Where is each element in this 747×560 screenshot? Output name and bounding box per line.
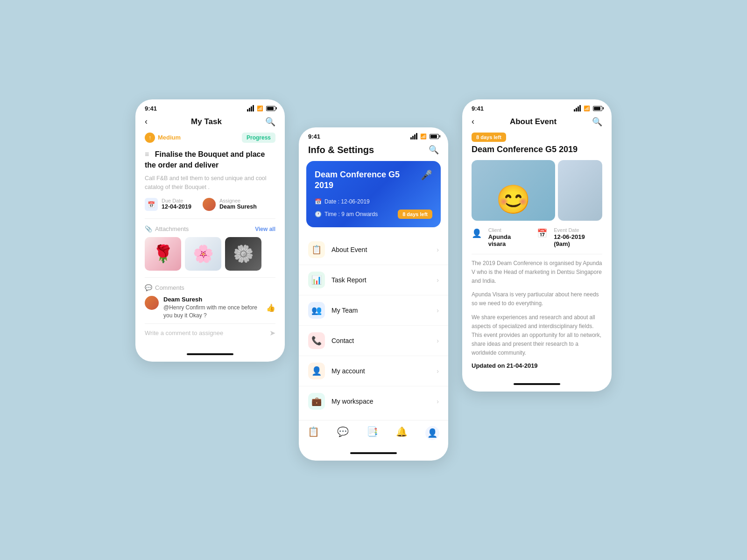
menu-item-my-account[interactable]: 👤 My account › [299, 356, 448, 386]
assignee-label: Assignee [219, 198, 257, 203]
signal-icon [247, 105, 254, 112]
bell-icon: 🔔 [396, 426, 408, 437]
comment-author: Deam Suresh [163, 296, 261, 303]
client-meta: 👤 Client Apunda visara [472, 227, 529, 247]
about-event-icon: 📋 [308, 241, 325, 258]
comments-label: 💬 Comments [145, 284, 275, 291]
priority-label: Medium [158, 134, 181, 141]
send-icon[interactable]: ➤ [269, 329, 275, 337]
priority-row: ↑ Medium Progress [145, 133, 275, 143]
days-left-badge: 8 days left [398, 210, 432, 219]
menu-item-label: My Team [331, 307, 437, 314]
event-meta-row: 👤 Client Apunda visara 📅 Event Date 12-0… [472, 227, 602, 247]
bottom-nav-profile[interactable]: 👤 [425, 426, 439, 440]
search-icon[interactable]: 🔍 [265, 117, 275, 127]
home-indicator [514, 383, 560, 385]
comment-avatar [145, 296, 159, 310]
task-description: Call F&B and tell them to send unique an… [145, 174, 275, 192]
client-name: Apunda visara [488, 233, 530, 247]
time: 9:41 [145, 105, 157, 112]
event-image-main [472, 160, 555, 221]
menu-item-about-event[interactable]: 📋 About Event › [299, 235, 448, 265]
bottom-nav-notifications[interactable]: 🔔 [396, 426, 408, 440]
contact-icon: 📞 [308, 332, 325, 349]
bottom-nav: 📋 💬 📑 🔔 👤 [299, 420, 448, 448]
menu-item-label: My account [331, 367, 437, 375]
back-button[interactable]: ‹ [472, 117, 474, 126]
menu-item-label: About Event [331, 246, 437, 253]
top-nav: ‹ About Event 🔍 [462, 114, 612, 133]
assignee-name: Deam Suresh [219, 203, 257, 210]
event-image-side [558, 160, 602, 221]
client-icon: 👤 [472, 228, 485, 241]
calendar-icon: 📅 [537, 228, 550, 241]
comment-input[interactable]: Write a comment to assignee [145, 329, 269, 336]
avatar [203, 198, 216, 211]
status-bar: 9:41 📶 [135, 99, 285, 114]
bottom-nav-tasks[interactable]: 📋 [308, 426, 319, 440]
event-card: Deam Conference G5 2019 🎤 📅 Date : 12-06… [306, 161, 441, 228]
bottom-nav-chat[interactable]: 💬 [337, 426, 349, 440]
attachment-thumb-1[interactable] [145, 237, 181, 271]
priority-dot: ↑ [145, 133, 155, 143]
profile-icon: 👤 [427, 428, 437, 438]
my-workspace-icon: 💼 [308, 393, 325, 410]
like-icon[interactable]: 👍 [266, 303, 275, 312]
search-icon[interactable]: 🔍 [592, 117, 602, 127]
comment-input-row: Write a comment to assignee ➤ [145, 323, 275, 339]
home-indicator [350, 452, 397, 454]
bottom-nav-checklist[interactable]: 📑 [366, 426, 378, 440]
due-date-item: 📅 Due Date 12-04-2019 [145, 198, 191, 211]
menu-item-contact[interactable]: 📞 Contact › [299, 326, 448, 356]
event-card-title: Deam Conference G5 2019 [315, 169, 421, 191]
screen-about-event: 9:41 📶 ‹ About Event [462, 99, 612, 392]
screen-my-task: 9:41 📶 ‹ My Task [135, 99, 285, 362]
attachments-row [145, 237, 275, 271]
battery-icon [430, 134, 439, 139]
menu-list: 📋 About Event › 📊 Task Report › 👥 My Tea… [299, 231, 448, 420]
comment-item: Deam Suresh @Henry Confirm with me once … [145, 296, 275, 320]
event-date-row: 📅 Date : 12-06-2019 [315, 198, 432, 205]
event-date-label: Event Date [554, 227, 602, 233]
battery-icon [266, 106, 275, 111]
status-icons: 📶 [410, 133, 439, 140]
divider-2 [145, 277, 275, 278]
chevron-right-icon: › [437, 246, 439, 253]
event-date-meta: 📅 Event Date 12-06-2019 (9am) [537, 227, 602, 247]
progress-badge: Progress [242, 133, 275, 143]
event-date-value: 12-06-2019 (9am) [554, 233, 602, 247]
comments-section: 💬 Comments Deam Suresh @Henry Confirm wi… [145, 284, 275, 320]
time: 9:41 [308, 133, 320, 140]
back-button[interactable]: ‹ [145, 117, 148, 126]
due-date-value: 12-04-2019 [162, 203, 191, 210]
search-icon[interactable]: 🔍 [429, 145, 439, 155]
chevron-right-icon: › [437, 307, 439, 314]
about-event-content: 8 days left Deam Conference G5 2019 👤 Cl… [462, 133, 612, 379]
wifi-icon: 📶 [420, 133, 427, 140]
event-images [472, 160, 602, 221]
chat-icon: 💬 [337, 426, 349, 437]
event-card-bottom: 🕐 Time : 9 am Onwards 8 days left [315, 210, 432, 219]
attachment-thumb-3[interactable] [225, 237, 261, 271]
my-team-icon: 👥 [308, 302, 325, 319]
attachments-label: 📎 Attachments [145, 225, 189, 232]
menu-item-task-report[interactable]: 📊 Task Report › [299, 265, 448, 295]
menu-item-label: Contact [331, 337, 437, 344]
event-time-row: 🕐 Time : 9 am Onwards [315, 211, 378, 217]
wifi-icon: 📶 [584, 105, 590, 112]
menu-item-label: My workspace [331, 398, 437, 405]
page-title: About Event [510, 117, 557, 126]
wifi-icon: 📶 [257, 105, 263, 112]
menu-item-my-team[interactable]: 👥 My Team › [299, 295, 448, 326]
status-bar: 9:41 📶 [462, 99, 612, 114]
page-title: Info & Settings [308, 145, 374, 155]
chevron-right-icon: › [437, 398, 439, 405]
event-updated: Updated on 21-04-2019 [472, 362, 602, 369]
priority-badge: ↑ Medium [145, 133, 181, 143]
menu-item-my-workspace[interactable]: 💼 My workspace › [299, 386, 448, 416]
view-all-link[interactable]: View all [255, 226, 275, 232]
signal-icon [574, 105, 581, 112]
task-title: ≡ Finalise the Bouquet and place the ord… [145, 149, 275, 170]
event-main-title: Deam Conference G5 2019 [472, 145, 602, 154]
attachment-thumb-2[interactable] [185, 237, 221, 271]
